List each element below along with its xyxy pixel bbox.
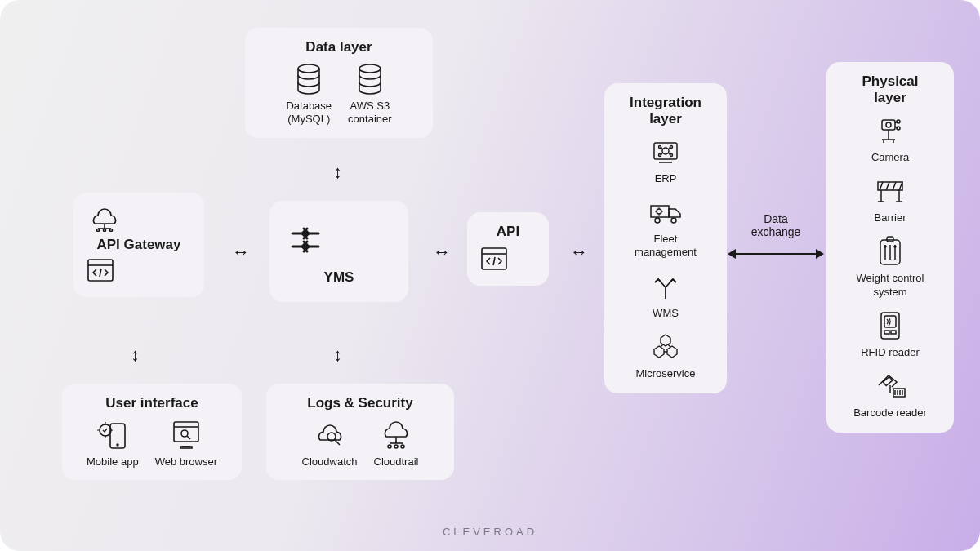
s3-label: AWS S3 container bbox=[348, 100, 391, 127]
microservice-cell: Microservice bbox=[617, 330, 714, 380]
mobile-app-icon bbox=[96, 418, 130, 452]
svg-point-41 bbox=[657, 209, 662, 214]
svg-marker-44 bbox=[667, 346, 677, 358]
truck-icon bbox=[648, 195, 684, 229]
svg-point-23 bbox=[388, 445, 391, 448]
svg-rect-27 bbox=[654, 143, 677, 159]
svg-line-17 bbox=[187, 436, 190, 439]
arrow-yms-api: ↔ bbox=[433, 242, 451, 263]
barcode-cell: Barcode reader bbox=[840, 369, 941, 420]
cloudwatch-icon bbox=[312, 418, 348, 452]
svg-marker-43 bbox=[654, 346, 664, 358]
s3-cell: AWS S3 container bbox=[348, 62, 391, 127]
svg-line-46 bbox=[668, 344, 670, 347]
cycle-arrows-icon bbox=[283, 217, 395, 263]
database-label: Database (MySQL) bbox=[286, 100, 332, 127]
cloud-api-icon bbox=[87, 204, 191, 233]
web-browser-cell: Web browser bbox=[155, 418, 217, 469]
code-window-icon bbox=[87, 258, 191, 286]
svg-point-49 bbox=[886, 122, 891, 127]
svg-line-45 bbox=[661, 344, 663, 347]
api-title: API bbox=[480, 224, 536, 240]
wms-cell: WMS bbox=[617, 269, 714, 320]
architecture-diagram: Data layer Database (MySQL) bbox=[0, 0, 980, 551]
weight-label: Weight control system bbox=[857, 272, 924, 299]
svg-point-1 bbox=[359, 64, 381, 73]
erp-label: ERP bbox=[655, 172, 677, 185]
arrow-data-yms: ↕ bbox=[333, 162, 342, 183]
arrow-gateway-yms: ↔ bbox=[232, 242, 250, 263]
logs-security-card: Logs & Security Cloudwatch bbox=[266, 384, 454, 480]
svg-point-16 bbox=[181, 430, 188, 437]
svg-rect-68 bbox=[887, 237, 893, 242]
camera-label: Camera bbox=[871, 151, 909, 164]
arrow-gateway-ui: ↕ bbox=[131, 344, 140, 366]
svg-rect-77 bbox=[891, 331, 896, 334]
yms-card: YMS bbox=[270, 201, 408, 302]
integration-layer-card: Integration layer ERP bbox=[604, 83, 727, 393]
barrier-cell: Barrier bbox=[840, 174, 941, 224]
erp-icon bbox=[649, 135, 682, 169]
database-icon bbox=[295, 62, 323, 96]
logs-title: Logs & Security bbox=[279, 395, 441, 411]
camera-cell: Camera bbox=[840, 113, 941, 164]
svg-line-59 bbox=[880, 182, 883, 190]
svg-rect-76 bbox=[884, 331, 889, 334]
svg-point-40 bbox=[671, 218, 676, 223]
web-browser-icon bbox=[169, 418, 203, 452]
api-gateway-card: API Gateway bbox=[74, 193, 204, 297]
svg-line-21 bbox=[335, 440, 340, 445]
svg-point-4 bbox=[104, 229, 106, 232]
wms-label: WMS bbox=[653, 307, 679, 320]
api-code-icon bbox=[480, 247, 536, 274]
svg-point-25 bbox=[401, 445, 404, 448]
arrow-integration-physical bbox=[735, 253, 817, 255]
ui-title: User interface bbox=[75, 395, 229, 411]
s3-icon bbox=[356, 62, 384, 96]
svg-point-24 bbox=[394, 445, 398, 448]
physical-title: Physical layer bbox=[840, 73, 941, 107]
svg-marker-42 bbox=[661, 335, 670, 346]
split-arrow-icon bbox=[650, 269, 681, 304]
data-exchange-label: Data exchange bbox=[743, 212, 808, 238]
api-card: API bbox=[467, 212, 549, 286]
svg-point-5 bbox=[110, 229, 113, 232]
integration-title: Integration layer bbox=[617, 95, 714, 128]
weight-icon bbox=[875, 234, 905, 269]
yms-title: YMS bbox=[283, 269, 395, 286]
microservice-label: Microservice bbox=[636, 367, 696, 380]
svg-line-60 bbox=[886, 182, 889, 190]
svg-point-0 bbox=[298, 64, 319, 73]
rfid-icon bbox=[876, 309, 904, 343]
barcode-icon bbox=[872, 369, 908, 403]
svg-point-39 bbox=[655, 218, 660, 223]
svg-point-29 bbox=[662, 148, 669, 154]
barcode-label: Barcode reader bbox=[853, 407, 927, 420]
mobile-app-cell: Mobile app bbox=[87, 418, 139, 469]
fleet-label: Fleet management bbox=[635, 233, 697, 260]
svg-point-3 bbox=[97, 229, 100, 232]
weight-cell: Weight control system bbox=[840, 234, 941, 299]
svg-rect-78 bbox=[883, 377, 893, 386]
svg-line-61 bbox=[893, 182, 896, 190]
arrow-yms-logs: ↕ bbox=[333, 344, 342, 366]
camera-icon bbox=[874, 113, 906, 148]
svg-rect-48 bbox=[882, 120, 895, 130]
svg-point-12 bbox=[117, 444, 118, 446]
data-layer-card: Data layer Database (MySQL) bbox=[245, 28, 433, 138]
barrier-icon bbox=[873, 174, 907, 208]
cloudtrail-icon bbox=[378, 418, 414, 452]
rfid-label: RFID reader bbox=[861, 346, 920, 359]
footer-brand: CLEVEROAD bbox=[0, 526, 980, 538]
fleet-cell: Fleet management bbox=[617, 195, 714, 260]
svg-rect-14 bbox=[174, 422, 198, 442]
physical-layer-card: Physical layer Camera bbox=[826, 62, 954, 433]
erp-cell: ERP bbox=[617, 135, 714, 185]
cloudwatch-label: Cloudwatch bbox=[302, 455, 358, 469]
rfid-cell: RFID reader bbox=[840, 309, 941, 359]
mobile-app-label: Mobile app bbox=[87, 455, 139, 469]
cloudtrail-cell: Cloudtrail bbox=[374, 418, 419, 469]
cloudwatch-cell: Cloudwatch bbox=[302, 418, 358, 469]
arrow-api-integration: ↔ bbox=[570, 242, 588, 263]
database-cell: Database (MySQL) bbox=[286, 62, 332, 127]
